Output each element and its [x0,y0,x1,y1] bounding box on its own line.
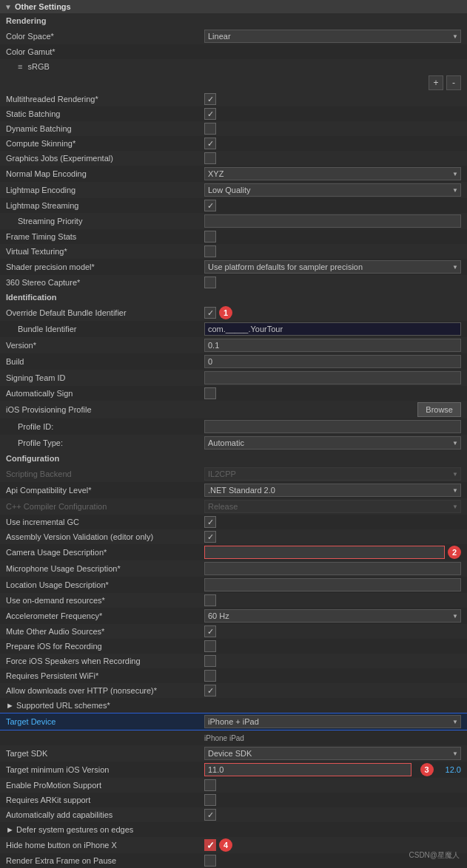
min-ios-version-input[interactable] [204,763,411,776]
stereo-capture-label: 360 Stereo Capture* [6,278,204,287]
target-device-select[interactable]: iPhone + iPad iPhone Only iPad Only [204,715,461,728]
camera-usage-label: Camera Usage Description* [6,548,204,557]
color-space-label: Color Space* [6,32,204,41]
accelerometer-select[interactable]: 60 Hz 30 Hz 15 Hz Disabled [204,609,461,623]
microphone-usage-label: Microphone Usage Description* [6,564,204,573]
auto-capabilities-checkbox[interactable] [204,809,216,821]
bundle-identifier-input[interactable] [204,322,461,336]
other-settings-header: ▼ Other Settings [0,0,467,13]
multithreaded-rendering-value [204,93,461,105]
lightmap-streaming-value [204,200,461,211]
version-input[interactable] [204,339,461,352]
microphone-usage-input[interactable] [204,562,461,575]
scripting-backend-row: Scripting Backend IL2CPP [0,466,467,482]
accelerometer-label: Accelerometer Frequency* [6,611,204,620]
on-demand-value [204,594,461,606]
identification-header: Identification [0,290,467,305]
location-usage-input[interactable] [204,578,461,591]
pro-motion-row: Enable ProMotion Support [0,778,467,793]
compute-skinning-checkbox[interactable] [204,138,216,149]
streaming-priority-input[interactable]: 0 [204,214,461,228]
iphone-ipad-text: iPhone iPad [204,734,461,742]
multithreaded-rendering-checkbox[interactable] [204,93,216,105]
cpp-compiler-label: C++ Compiler Configuration [6,502,204,511]
color-space-select[interactable]: Linear Gamma [204,30,461,43]
cpp-compiler-select[interactable]: Release [204,500,461,513]
remove-button[interactable]: - [446,75,461,90]
frame-timing-checkbox[interactable] [204,231,216,243]
add-button[interactable]: + [429,75,443,90]
main-container: ▼ Other Settings Rendering Color Space* … [0,0,467,868]
dynamic-batching-label: Dynamic Batching [6,124,204,133]
frame-timing-row: Frame Timing Stats [0,229,467,244]
min-ios-version-label: Target minimum iOS Version [6,765,204,774]
override-bundle-label: Override Default Bundle Identifier [6,308,204,317]
assembly-version-label: Assembly Version Validation (editor only… [6,532,204,541]
bundle-identifier-label: Bundle Identifier [6,325,204,333]
assembly-version-row: Assembly Version Validation (editor only… [0,529,467,544]
profile-type-select[interactable]: Automatic Development Distribution [204,436,461,450]
scripting-backend-select[interactable]: IL2CPP [204,467,461,481]
virtual-texturing-label: Virtual Texturing* [6,247,204,256]
collapse-arrow[interactable]: ▼ [4,3,12,11]
static-batching-checkbox[interactable] [204,108,216,120]
build-row: Build [0,353,467,370]
lightmap-streaming-checkbox[interactable] [204,200,216,211]
force-speakers-checkbox[interactable] [204,655,216,667]
build-input[interactable] [204,355,461,368]
graphics-jobs-checkbox[interactable] [204,152,216,164]
color-gamut-row: Color Gamut* [0,44,467,59]
persistent-wifi-checkbox[interactable] [204,670,216,682]
signing-team-input[interactable] [204,371,461,384]
hide-home-button-label: Hide home button on iPhone X [6,841,204,850]
on-demand-checkbox[interactable] [204,594,216,606]
pro-motion-checkbox[interactable] [204,779,216,791]
auto-sign-checkbox[interactable] [204,387,216,399]
render-extra-frame-checkbox[interactable] [204,855,216,867]
dynamic-batching-checkbox[interactable] [204,123,216,135]
hide-home-button-row: Hide home button on iPhone X 4 [0,837,467,853]
location-usage-value [204,578,461,591]
arkit-checkbox[interactable] [204,794,216,806]
normal-map-select[interactable]: XYZ DXT5nm [204,167,461,180]
graphics-jobs-value [204,152,461,164]
target-sdk-select-wrapper: Device SDK Simulator SDK [204,747,461,760]
assembly-version-checkbox[interactable] [204,531,216,543]
hide-home-button-checkbox[interactable] [204,839,216,851]
bundle-identifier-row: Bundle Identifier [0,321,467,337]
target-sdk-select[interactable]: Device SDK Simulator SDK [204,747,461,760]
shader-precision-select[interactable]: Use platform defaults for sampler precis… [204,260,461,274]
static-batching-label: Static Batching [6,109,204,118]
min-ios-version-value: 3 12.0 [204,763,461,776]
profile-id-input[interactable] [204,420,461,433]
override-bundle-checkbox[interactable] [204,307,216,319]
stereo-capture-checkbox[interactable] [204,277,216,288]
version-row: Version* [0,337,467,353]
virtual-texturing-checkbox[interactable] [204,245,216,257]
assembly-version-value [204,531,461,543]
target-sdk-value: Device SDK Simulator SDK [204,747,461,760]
supported-url-label: ► Supported URL schemes* [6,701,204,710]
mute-audio-checkbox[interactable] [204,625,216,637]
badge-2: 2 [448,546,461,559]
lightmap-encoding-select-wrapper: Low Quality Normal Quality High Quality [204,183,461,197]
target-sdk-label: Target SDK [6,749,204,758]
static-batching-value [204,108,461,120]
allow-downloads-checkbox[interactable] [204,685,216,696]
mute-audio-label: Mute Other Audio Sources* [6,627,204,636]
camera-usage-input[interactable] [204,546,445,559]
api-compat-select[interactable]: .NET Standard 2.0 .NET 4.x [204,484,461,497]
scripting-backend-select-wrapper: IL2CPP [204,467,461,481]
incremental-gc-checkbox[interactable] [204,516,216,528]
prepare-ios-checkbox[interactable] [204,640,216,652]
signing-team-value [204,371,461,384]
persistent-wifi-label: Requires Persistent WiFi* [6,671,204,680]
ios-provisioning-row: iOS Provisioning Profile Browse [0,401,467,418]
browse-button[interactable]: Browse [417,402,461,417]
location-usage-row: Location Usage Description* [0,577,467,593]
multithreaded-rendering-row: Multithreaded Rendering* [0,92,467,106]
dynamic-batching-value [204,123,461,135]
prepare-ios-label: Prepare iOS for Recording [6,642,204,651]
allow-downloads-value [204,685,461,696]
lightmap-encoding-select[interactable]: Low Quality Normal Quality High Quality [204,183,461,197]
